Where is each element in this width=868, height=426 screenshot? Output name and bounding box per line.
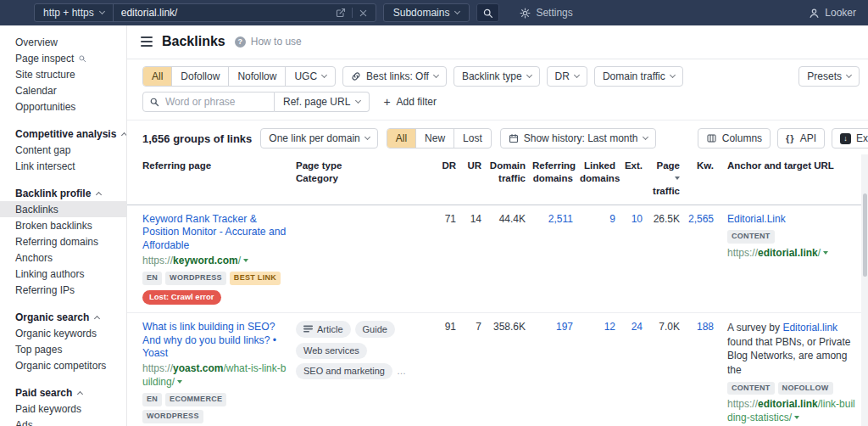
sidebar-item-overview[interactable]: Overview — [0, 34, 126, 50]
tab-nofollow[interactable]: Nofollow — [228, 67, 285, 86]
settings-button[interactable]: Settings — [520, 7, 572, 19]
target-url[interactable]: https://editorial.link/link-building-sta… — [727, 398, 858, 424]
col-dr[interactable]: DR — [432, 155, 459, 205]
referring-page-link[interactable]: What is link building in SEO? And why do… — [142, 321, 289, 361]
clear-icon[interactable] — [359, 8, 368, 18]
chevron-up-icon — [121, 132, 127, 137]
col-linked-domains[interactable]: Linked domains — [576, 155, 619, 205]
phrase-search-wrap — [142, 92, 275, 112]
sidebar-item-paid-keywords[interactable]: Paid keywords — [0, 401, 126, 417]
presets-button[interactable]: Presets — [798, 66, 860, 87]
url-dropdown-icon[interactable] — [794, 416, 799, 419]
backlink-type-filter[interactable]: Backlink type — [453, 66, 540, 87]
col-referring-domains[interactable]: Referring domains — [529, 155, 576, 205]
url-dropdown-icon[interactable] — [243, 259, 248, 262]
protocol-dropdown[interactable]: http + https — [35, 4, 114, 21]
sidebar-item-calendar[interactable]: Calendar — [0, 82, 126, 98]
sidebar-item-opportunities[interactable]: Opportunities — [0, 98, 126, 115]
vertical-scrollbar[interactable] — [861, 154, 868, 426]
add-filter-button[interactable]: Add filter — [383, 96, 437, 108]
referring-domains-link[interactable]: 2,511 — [529, 205, 576, 312]
domain-traffic-value: 358.6K — [485, 313, 529, 426]
platform-tag: WORDPRESS — [142, 410, 203, 423]
col-domain-traffic[interactable]: Domain traffic — [485, 155, 529, 205]
col-ext[interactable]: Ext. — [619, 155, 646, 205]
sidebar-item-organic-competitors[interactable]: Organic competitors — [0, 357, 126, 373]
menu-icon[interactable] — [141, 36, 153, 47]
search-scope-select[interactable]: Ref. page URL — [275, 92, 370, 112]
sidebar-item-link-intersect[interactable]: Link intersect — [0, 158, 126, 174]
sidebar-item-label: Overview — [15, 36, 58, 48]
domain-traffic-filter[interactable]: Domain traffic — [594, 66, 683, 87]
col-page-type-category[interactable]: Page typeCategory — [292, 155, 432, 205]
linked-domains-link[interactable]: 9 — [576, 205, 619, 312]
calendar-icon — [509, 133, 519, 143]
scope-dropdown[interactable]: Subdomains — [383, 3, 470, 22]
referring-page-url[interactable]: https://keyword.com/ — [142, 255, 289, 268]
sidebar-item-site-structure[interactable]: Site structure — [0, 66, 126, 82]
search-icon — [149, 97, 159, 107]
referring-domains-link[interactable]: 197 — [529, 313, 576, 426]
anchor-cell: A survey by Editorial.link found that PB… — [717, 313, 861, 426]
sidebar-item-top-pages[interactable]: Top pages — [0, 341, 126, 357]
sidebar-section-paid-search[interactable]: Paid search — [0, 384, 126, 401]
sidebar-item-anchors[interactable]: Anchors — [0, 249, 126, 266]
more-categories[interactable]: … — [397, 365, 407, 377]
sidebar-item-broken-backlinks[interactable]: Broken backlinks — [0, 217, 126, 233]
sidebar-item-page-inspect[interactable]: Page inspect — [0, 50, 126, 66]
url-dropdown-icon[interactable] — [823, 251, 828, 255]
sidebar-item-referring-domains[interactable]: Referring domains — [0, 233, 126, 249]
anchor-link[interactable]: Editorial.link — [782, 322, 837, 334]
scrollbar-thumb[interactable] — [863, 193, 867, 277]
sidebar-item-label: Broken backlinks — [15, 220, 92, 232]
tab-history-new[interactable]: New — [415, 129, 453, 148]
account-menu[interactable]: Looker — [809, 7, 856, 19]
sidebar-item-organic-keywords[interactable]: Organic keywords — [0, 325, 126, 341]
divider — [352, 8, 353, 18]
col-referring-page[interactable]: Referring page — [127, 155, 292, 205]
tab-dofollow[interactable]: Dofollow — [171, 67, 228, 86]
linked-domains-link[interactable]: 12 — [576, 313, 619, 426]
col-ur[interactable]: UR — [459, 155, 485, 205]
platform-tag: WORDPRESS — [165, 272, 226, 285]
sidebar-item-referring-ips[interactable]: Referring IPs — [0, 282, 126, 298]
target-url[interactable]: https://editorial.link/ — [727, 247, 858, 261]
grouping-dropdown[interactable]: One link per domain — [260, 128, 377, 149]
best-links-filter[interactable]: Best links: Off — [342, 66, 447, 87]
referring-page-link[interactable]: Keyword Rank Tracker & Position Monitor … — [142, 213, 289, 253]
url-input[interactable] — [121, 7, 328, 19]
external-link-icon[interactable] — [336, 8, 346, 18]
kw-link[interactable]: 2,565 — [683, 205, 717, 312]
anchor-link[interactable]: Editorial.Link — [727, 213, 786, 225]
ext-link[interactable]: 24 — [619, 313, 646, 426]
grouping-label: One link per domain — [269, 132, 359, 144]
sidebar-section-organic-search[interactable]: Organic search — [0, 309, 126, 325]
col-anchor-target[interactable]: Anchor and target URL — [717, 155, 861, 205]
columns-button[interactable]: Columns — [698, 128, 771, 149]
how-to-use-link[interactable]: How to use — [235, 36, 302, 48]
tab-history-all[interactable]: All — [387, 129, 415, 148]
sidebar-section-competitive-analysis[interactable]: Competitive analysis — [0, 126, 126, 142]
api-button[interactable]: API — [777, 128, 825, 149]
sidebar-item-ads[interactable]: Ads — [0, 417, 126, 426]
sidebar-item-backlinks[interactable]: Backlinks — [0, 201, 126, 217]
sidebar-item-linking-authors[interactable]: Linking authors — [0, 266, 126, 282]
dr-filter[interactable]: DR — [547, 66, 587, 87]
filter-row-2: Ref. page URL Add filter — [142, 92, 853, 112]
show-history-dropdown[interactable]: Show history: Last month — [500, 128, 656, 149]
export-button[interactable]: Ex — [832, 128, 868, 149]
phrase-search-input[interactable] — [142, 92, 275, 112]
tab-history-lost[interactable]: Lost — [453, 129, 491, 148]
tab-all[interactable]: All — [143, 67, 171, 86]
export-icon — [840, 133, 851, 144]
url-dropdown-icon[interactable] — [177, 380, 182, 384]
sidebar-section-backlink-profile[interactable]: Backlink profile — [0, 185, 126, 201]
ext-link[interactable]: 10 — [619, 205, 646, 312]
sidebar-item-content-gap[interactable]: Content gap — [0, 142, 126, 158]
kw-link[interactable]: 188 — [683, 313, 717, 426]
search-button[interactable] — [476, 3, 499, 22]
tab-ugc[interactable]: UGC — [285, 67, 335, 86]
col-kw[interactable]: Kw. — [683, 155, 717, 205]
referring-page-url[interactable]: https://yoast.com/what-is-link-building/ — [142, 362, 289, 389]
col-page-traffic[interactable]: Pagetraffic — [646, 155, 683, 205]
